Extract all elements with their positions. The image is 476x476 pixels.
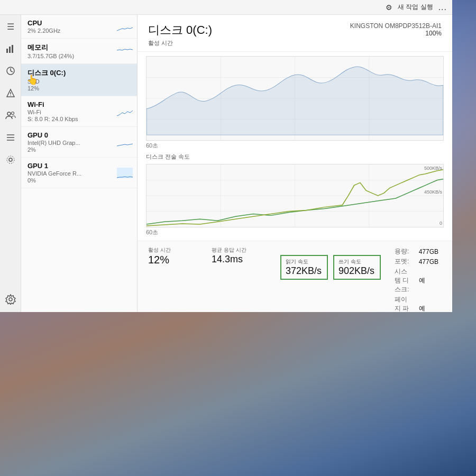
process-item-memory[interactable]: 메모리 3.7/15.7GB (24%): [21, 39, 137, 64]
performance-icon[interactable]: [4, 42, 17, 55]
memory-graph: [117, 46, 133, 57]
cpu-detail: 2% 2.20GHz: [28, 28, 131, 34]
capacity-label: 용량:: [391, 246, 416, 257]
avg-response-value: 14.3ms: [212, 254, 264, 265]
svg-point-8: [10, 95, 11, 96]
avg-response-group: 평균 응답 시간 14.3ms: [212, 246, 264, 265]
graph-y-max: 500KB/s: [424, 166, 442, 171]
svg-rect-2: [12, 45, 13, 53]
svg-point-14: [9, 158, 12, 161]
wifi-detail2: S: 8.0 R: 24.0 Kbps: [28, 116, 131, 122]
svg-rect-1: [9, 47, 11, 53]
disk-detail2: 12%: [28, 85, 131, 91]
gear-icon: ⚙: [386, 3, 392, 12]
gpu0-graph: [117, 137, 133, 148]
transfer-speed-label: 디스크 전술 속도: [146, 153, 444, 161]
detail-title: 디스크 0(C:): [148, 22, 212, 38]
process-list: CPU 2% 2.20GHz 메모리 3.7/15.7GB (24%) 디스크 …: [21, 15, 138, 312]
write-speed-label: 쓰기 속도: [338, 258, 376, 266]
stats-row: 활성 시간 12% 평균 응답 시간 14.3ms 읽기 속도 372KB/s: [148, 246, 442, 312]
disk-detail1: SSD: [28, 78, 131, 85]
transfer-speed-graph: 500KB/s 450KB/s 0: [146, 164, 444, 227]
active-time-graph: [146, 56, 444, 141]
svg-point-10: [11, 112, 14, 115]
svg-rect-0: [6, 49, 8, 53]
wifi-name: Wi-Fi: [28, 100, 131, 108]
svg-point-9: [7, 112, 11, 115]
read-speed-value: 372KB/s: [286, 266, 323, 277]
format-label: 포멧:: [391, 257, 416, 267]
system-disk-label: 시스템 디스크:: [391, 267, 416, 295]
tm-body: ☰: [0, 15, 452, 312]
info-table: 용량: 477GB 포멧: 477GB 시스템 디스크: 예: [391, 246, 442, 312]
format-value: 477GB: [416, 257, 442, 267]
read-speed-box: 읽기 속도 372KB/s: [280, 255, 328, 280]
device-name: KINGSTON OM8PDP3512B-AI1: [350, 22, 442, 30]
svg-point-16: [9, 298, 12, 301]
wifi-detail1: Wi-Fi: [28, 109, 131, 115]
startup-icon[interactable]: [4, 87, 17, 99]
wifi-graph: [117, 106, 133, 117]
graph-y-zero: 0: [440, 221, 442, 226]
svg-line-5: [11, 71, 13, 72]
gpu1-detail2: 0%: [28, 177, 131, 184]
graph-section: 60초 디스크 전술 속도: [138, 52, 452, 241]
sidebar-icons: ☰: [0, 15, 21, 312]
gpu0-detail1: Intel(R) UHD Grap...: [28, 140, 131, 146]
active-time-group: 활성 시간 12%: [148, 246, 201, 266]
detail-percent: 100%: [350, 30, 442, 37]
stats-section: 활성 시간 12% 평균 응답 시간 14.3ms 읽기 속도 372KB/s: [138, 241, 452, 312]
avg-response-label: 평균 응답 시간: [212, 246, 264, 254]
history-icon[interactable]: [4, 65, 17, 77]
read-speed-label: 읽기 속도: [286, 258, 323, 266]
gpu1-name: GPU 1: [28, 162, 131, 170]
settings-icon[interactable]: [4, 293, 17, 306]
menu-icon[interactable]: ☰: [4, 20, 17, 33]
details-icon[interactable]: [4, 131, 17, 144]
active-time-label: 활성 시간: [148, 246, 201, 254]
process-item-wifi[interactable]: Wi-Fi Wi-Fi S: 8.0 R: 24.0 Kbps: [21, 96, 137, 127]
gpu0-name: GPU 0: [28, 131, 131, 139]
process-item-cpu[interactable]: CPU 2% 2.20GHz: [21, 15, 137, 39]
detail-panel: 디스크 0(C:) 활성 시간 KINGSTON OM8PDP3512B-AI1…: [138, 15, 452, 312]
table-row-page-file: 페이지 파일: 예: [391, 295, 442, 312]
write-speed-box: 쓰기 속도 902KB/s: [333, 255, 381, 280]
speed-boxes: 읽기 속도 372KB/s 쓰기 속도 902KB/s: [280, 246, 381, 280]
graph-time-label2: 60초: [146, 228, 444, 236]
cpu-name: CPU: [28, 19, 131, 27]
gpu1-detail1: NVIDIA GeForce R...: [28, 170, 131, 177]
active-time-value: 12%: [148, 254, 201, 266]
process-item-gpu1[interactable]: GPU 1 NVIDIA GeForce R... 0%: [21, 158, 137, 188]
gpu1-graph: [117, 168, 133, 178]
cursor-hand-icon: 👆: [26, 74, 38, 86]
graph-time-label1: 60초: [146, 142, 444, 150]
new-task-label[interactable]: 새 작업 실행: [398, 3, 433, 12]
memory-name: 메모리: [28, 43, 131, 52]
write-speed-value: 902KB/s: [338, 266, 376, 277]
task-manager-window: ⚙ 새 작업 실행 ... ☰: [0, 0, 452, 312]
page-file-label: 페이지 파일:: [391, 295, 416, 312]
detail-header: 디스크 0(C:) 활성 시간 KINGSTON OM8PDP3512B-AI1…: [138, 15, 452, 52]
top-bar: ⚙ 새 작업 실행 ...: [0, 0, 452, 15]
process-item-disk[interactable]: 디스크 0(C:) SSD 12% 👆: [21, 64, 137, 96]
svg-point-15: [7, 156, 14, 163]
services-icon[interactable]: [4, 153, 17, 166]
table-row-format: 포멧: 477GB: [391, 257, 442, 267]
gpu0-detail2: 2%: [28, 147, 131, 153]
process-item-gpu0[interactable]: GPU 0 Intel(R) UHD Grap... 2%: [21, 127, 137, 158]
more-options-btn[interactable]: ...: [438, 3, 447, 12]
table-row-capacity: 용량: 477GB: [391, 246, 442, 257]
users-icon[interactable]: [4, 109, 17, 122]
detail-subtitle: 활성 시간: [148, 39, 212, 47]
memory-detail: 3.7/15.7GB (24%): [28, 53, 131, 59]
disk-name: 디스크 0(C:): [28, 68, 131, 78]
cpu-graph: [117, 21, 133, 32]
system-disk-value: 예: [416, 267, 442, 295]
capacity-value: 477GB: [416, 246, 442, 257]
graph-y-mid: 450KB/s: [424, 189, 442, 195]
page-file-value: 예: [416, 295, 442, 312]
table-row-system-disk: 시스템 디스크: 예: [391, 267, 442, 295]
